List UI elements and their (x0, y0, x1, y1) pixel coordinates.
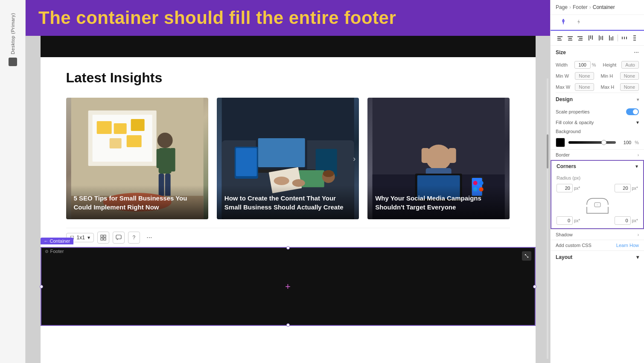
footer-container[interactable]: ⚙ Footer (41, 247, 536, 326)
svg-point-41 (479, 181, 484, 185)
radius-br-unit: px* (632, 218, 638, 223)
svg-rect-72 (624, 37, 625, 39)
canvas-wrapper: Latest Insights (26, 36, 550, 363)
scale-toggle[interactable] (626, 108, 639, 115)
annotation-banner: The container should fill the entire foo… (26, 0, 550, 36)
svg-rect-46 (101, 238, 103, 240)
canvas-scroll-track[interactable] (547, 78, 548, 359)
svg-rect-44 (101, 235, 103, 237)
radius-tl-unit: px* (574, 186, 580, 191)
distribute-v-icon (632, 35, 638, 41)
svg-rect-34 (422, 148, 429, 163)
svg-rect-54 (557, 38, 561, 39)
opacity-value: 100 (619, 140, 631, 145)
grid-chevron: ▾ (87, 235, 90, 241)
radius-tl-input[interactable] (557, 184, 573, 192)
fill-color-row[interactable]: Fill color & opacity ▾ (551, 118, 644, 127)
align-right-btn[interactable] (576, 33, 585, 43)
maxh-label: Max H (601, 84, 617, 90)
footer-expand-btn[interactable] (522, 251, 531, 261)
help-btn[interactable]: ? (128, 232, 140, 244)
sidebar-label: Desktop (Primary) (10, 13, 15, 54)
svg-rect-65 (599, 35, 600, 41)
align-vmid-btn[interactable] (596, 33, 605, 43)
align-bottom-btn[interactable] (606, 33, 615, 43)
layout-icon (100, 235, 106, 241)
layout-btn[interactable] (97, 232, 109, 244)
svg-rect-75 (633, 38, 636, 38)
opacity-slider[interactable] (568, 141, 616, 144)
distribute-h-icon (621, 35, 627, 41)
svg-rect-71 (622, 37, 623, 39)
size-dots[interactable]: ··· (634, 49, 639, 56)
radius-tr-input[interactable] (615, 184, 631, 192)
align-left-icon (557, 35, 563, 41)
radius-bl-input[interactable] (557, 216, 573, 225)
canvas-area: The container should fill the entire foo… (26, 0, 550, 363)
card-3[interactable]: Why Your Social Media Campaigns Shouldn'… (367, 98, 510, 219)
maxw-value[interactable]: None (575, 83, 594, 91)
layout-chevron: ▾ (636, 254, 639, 260)
svg-rect-74 (633, 35, 636, 36)
resize-handle-left[interactable] (40, 285, 43, 288)
distribute-v-btn[interactable] (630, 33, 639, 43)
height-value[interactable]: Auto (621, 61, 639, 69)
page-inner: Latest Insights (41, 57, 536, 247)
learn-how-link[interactable]: Learn How (616, 243, 639, 248)
svg-point-40 (473, 181, 478, 185)
resize-handle-right[interactable] (533, 285, 536, 288)
tab-lightning[interactable] (571, 15, 586, 30)
resize-handle-top[interactable] (286, 246, 290, 250)
canvas-page: Latest Insights (41, 36, 536, 363)
more-btn[interactable]: ··· (143, 232, 155, 244)
breadcrumb-footer[interactable]: Footer (573, 4, 588, 10)
breadcrumb-container[interactable]: Container (593, 4, 615, 10)
width-label: Width (556, 62, 571, 67)
more-icon: ··· (146, 234, 152, 241)
container-tag[interactable]: ← Container (41, 238, 74, 244)
align-center-btn[interactable] (566, 33, 574, 43)
align-left-btn[interactable] (556, 33, 564, 43)
custom-css-row: Add custom CSS Learn How (551, 240, 644, 250)
radius-tr-unit: px* (632, 186, 638, 191)
maxh-value[interactable]: None (620, 83, 639, 91)
radius-br-input[interactable] (615, 216, 631, 225)
card-2-arrow[interactable]: › (353, 154, 356, 163)
shadow-row[interactable]: Shadow › (551, 229, 644, 240)
help-icon: ? (133, 235, 136, 241)
comment-btn[interactable] (113, 232, 125, 244)
card-2-title: How to Create the Content That Your Smal… (224, 195, 344, 211)
minw-value[interactable]: None (575, 72, 594, 80)
minw-label: Min W (556, 73, 571, 78)
align-top-btn[interactable] (586, 33, 594, 43)
breadcrumb-page[interactable]: Page (556, 4, 568, 10)
svg-rect-76 (633, 40, 636, 41)
svg-rect-67 (602, 36, 603, 40)
breadcrumb: Page › Footer › Container (551, 0, 644, 15)
border-row[interactable]: Border › (551, 149, 644, 160)
width-unit: % (592, 62, 596, 67)
distribute-h-btn[interactable] (620, 33, 629, 43)
footer-add-btn[interactable]: + (285, 281, 291, 292)
color-swatch[interactable] (556, 138, 565, 147)
radius-bottom-row: px* px* (557, 216, 638, 225)
lightning-icon (575, 18, 582, 25)
background-label-row: Background (551, 127, 644, 136)
width-value[interactable]: 100 (574, 61, 591, 69)
sidebar-toggle-icon[interactable] (9, 58, 17, 66)
tab-style[interactable] (556, 15, 571, 31)
svg-rect-59 (577, 36, 583, 37)
corners-chevron[interactable]: ▾ (635, 163, 638, 169)
scale-label: Scale properties (556, 109, 590, 114)
minh-value[interactable]: None (620, 72, 639, 80)
resize-handle-bottom[interactable] (286, 323, 290, 327)
svg-line-50 (525, 254, 528, 258)
card-2[interactable]: How to Create the Content That Your Smal… (217, 98, 359, 219)
card-1[interactable]: 5 SEO Tips for Small Businesses You Coul… (66, 98, 208, 219)
svg-rect-53 (557, 36, 562, 37)
svg-marker-49 (117, 239, 118, 240)
layout-row[interactable]: Layout ▾ (551, 250, 644, 264)
svg-rect-4 (114, 123, 126, 134)
design-section-header[interactable]: Design ▾ (551, 93, 644, 106)
size-section-header[interactable]: Size ··· (551, 46, 644, 59)
